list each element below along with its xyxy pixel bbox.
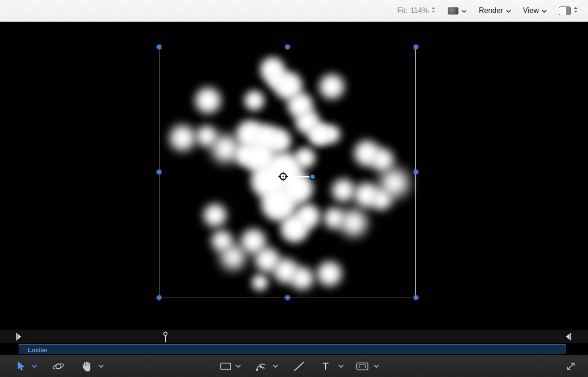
rotation-handle-line (288, 176, 310, 177)
emitter-layer-label: Emitter (19, 346, 48, 353)
chevron-down-icon (506, 6, 511, 15)
pen-tool-chevron-icon[interactable] (272, 364, 278, 368)
zoom-stepper-icon[interactable] (431, 6, 436, 15)
mask-rectangle-tool[interactable] (356, 362, 369, 371)
selection-handle[interactable] (414, 45, 418, 49)
mini-timeline[interactable] (0, 330, 588, 343)
out-point-marker-icon[interactable] (565, 333, 572, 343)
view-menu[interactable]: View (523, 6, 547, 15)
layout-control[interactable] (559, 6, 578, 15)
selection-handle[interactable] (414, 295, 418, 300)
rotation-handle[interactable] (310, 175, 315, 179)
chevron-down-icon (542, 6, 547, 15)
select-tool-chevron-icon[interactable] (32, 364, 37, 368)
zoom-control[interactable]: Fit: 114% (397, 6, 436, 15)
chevron-down-icon (462, 6, 467, 15)
resize-expand-icon[interactable] (566, 361, 576, 371)
window-pane-icon[interactable] (559, 6, 571, 15)
pan-tool-chevron-icon[interactable] (98, 364, 104, 368)
pan-hand-tool[interactable] (82, 361, 92, 372)
render-label: Render (479, 6, 503, 15)
render-menu[interactable]: Render (479, 6, 511, 15)
paint-stroke-tool[interactable] (293, 361, 305, 372)
emitter-layer-bar[interactable]: Emitter (19, 344, 566, 354)
color-well-icon[interactable] (448, 7, 459, 15)
selection-handle[interactable] (285, 295, 290, 300)
in-point-marker-icon[interactable] (15, 333, 22, 343)
layout-stepper-icon[interactable] (574, 6, 578, 15)
view-label: View (523, 6, 539, 15)
rectangle-shape-tool[interactable] (220, 362, 232, 371)
layer-row: Emitter (0, 343, 588, 355)
text-tool-glyph: T (322, 361, 329, 371)
shape-tool-chevron-icon[interactable] (235, 364, 241, 368)
top-toolbar: Fit: 114% Render View (0, 0, 588, 22)
selection-handle[interactable] (285, 45, 290, 49)
bezier-pen-tool[interactable] (255, 361, 267, 372)
playhead-marker[interactable] (163, 331, 168, 344)
fit-label: Fit: (397, 6, 407, 15)
anchor-crosshair-icon[interactable] (278, 171, 288, 183)
select-transform-tool[interactable] (16, 361, 26, 372)
selection-handle[interactable] (157, 295, 161, 300)
mask-tool-chevron-icon[interactable] (373, 364, 379, 368)
color-channel-control[interactable] (448, 6, 467, 15)
text-tool[interactable]: T (322, 361, 329, 371)
3d-transform-tool[interactable] (52, 361, 65, 372)
zoom-value: 114% (410, 6, 429, 15)
selection-handle[interactable] (414, 170, 418, 174)
bottom-toolbar: T (0, 355, 588, 377)
selection-handle[interactable] (157, 170, 161, 174)
text-tool-chevron-icon[interactable] (338, 364, 344, 368)
canvas-viewport[interactable] (0, 22, 588, 330)
selection-overlay (0, 22, 588, 330)
selection-handle[interactable] (157, 45, 161, 49)
